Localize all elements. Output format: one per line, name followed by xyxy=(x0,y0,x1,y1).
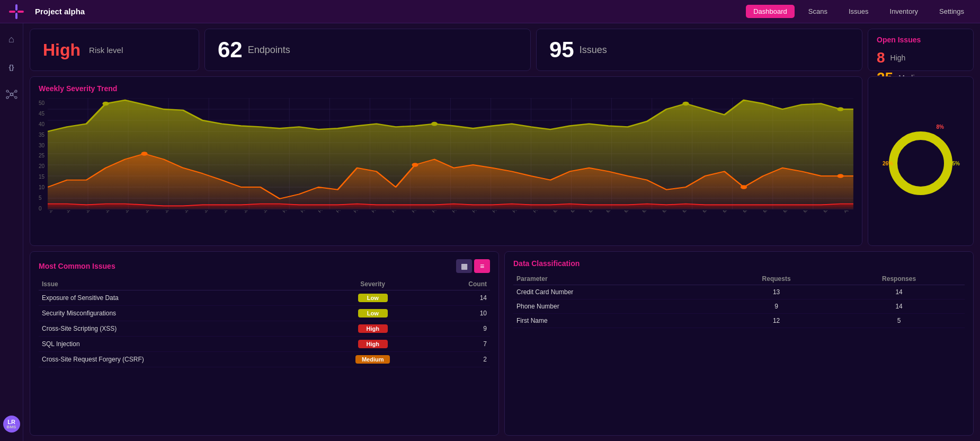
svg-point-53 xyxy=(838,174,844,178)
issue-name: SQL Injection xyxy=(39,337,319,352)
issue-count: 14 xyxy=(426,290,490,306)
severity-badge: High xyxy=(358,324,388,333)
most-common-issues-card: Most Common Issues ▦ ≡ Issue Severity Co… xyxy=(30,251,499,436)
svg-point-49 xyxy=(838,107,844,111)
high-label: High xyxy=(890,54,906,62)
issue-count: 10 xyxy=(426,306,490,321)
issue-severity: High xyxy=(319,337,426,352)
dc-param: Phone Number xyxy=(513,299,719,314)
svg-point-50 xyxy=(141,152,148,156)
svg-point-52 xyxy=(741,185,747,189)
severity-badge: Medium xyxy=(355,355,390,364)
svg-line-12 xyxy=(13,95,15,98)
dc-title: Data Classification xyxy=(513,259,965,268)
svg-point-51 xyxy=(412,163,418,167)
svg-rect-3 xyxy=(15,13,17,19)
weekly-trend-chart: Weekly Severity Trend 50 45 40 35 30 25 … xyxy=(30,76,862,246)
table-row: Cross-Site Request Forgery (CSRF) Medium… xyxy=(39,352,490,367)
svg-point-48 xyxy=(683,102,689,106)
svg-point-47 xyxy=(431,122,438,126)
table-row: Cross-Site Scripting (XSS) High 9 xyxy=(39,321,490,337)
table-row: Exposure of Sensitive Data Low 14 xyxy=(39,290,490,306)
dc-responses: 14 xyxy=(833,285,965,299)
nav-dashboard[interactable]: Dashboard xyxy=(746,5,795,18)
svg-line-10 xyxy=(13,92,15,94)
svg-point-54 xyxy=(893,136,948,191)
dc-col-responses: Responses xyxy=(833,273,965,285)
list-view-button[interactable]: ≡ xyxy=(474,259,490,273)
svg-rect-1 xyxy=(17,11,24,13)
severity-badge: High xyxy=(358,340,388,348)
issue-name: Exposure of Sensitive Data xyxy=(39,290,319,306)
dc-requests: 9 xyxy=(719,299,833,314)
table-header: Most Common Issues ▦ ≡ xyxy=(39,259,490,273)
high-count: 8 xyxy=(877,49,885,66)
svg-point-8 xyxy=(15,96,17,99)
top-navigation: Project alpha Dashboard Scans Issues Inv… xyxy=(0,0,980,23)
endpoints-label: Endpoints xyxy=(248,45,290,56)
main-content: High Risk level 62 Endpoints 95 Issues O… xyxy=(23,23,980,441)
issue-severity: High xyxy=(319,321,426,337)
svg-rect-0 xyxy=(9,11,15,13)
svg-point-7 xyxy=(6,96,8,99)
dc-param: Credit Card Number xyxy=(513,285,719,299)
low-pct: 65% xyxy=(949,161,960,166)
bar-view-button[interactable]: ▦ xyxy=(456,259,472,273)
col-severity: Severity xyxy=(319,278,426,290)
view-toggle: ▦ ≡ xyxy=(456,259,490,273)
open-issues-panel: Open Issues 8 High 25 Medium 62 Low xyxy=(868,29,974,71)
issues-card: 95 Issues xyxy=(536,29,862,71)
svg-point-46 xyxy=(103,102,109,106)
donut-chart: 8% 26% 65% xyxy=(868,76,974,246)
issues-table: Issue Severity Count Exposure of Sensiti… xyxy=(39,278,490,367)
dc-col-param: Parameter xyxy=(513,273,719,285)
risk-level-card: High Risk level xyxy=(30,29,199,71)
avatar-org: BMS xyxy=(7,425,16,429)
dc-requests: 12 xyxy=(719,314,833,328)
project-name: Project alpha xyxy=(35,7,85,16)
svg-rect-2 xyxy=(15,4,17,11)
nav-inventory[interactable]: Inventory xyxy=(883,5,925,18)
avatar[interactable]: LR BMS xyxy=(3,416,20,433)
endpoints-count: 62 xyxy=(218,39,243,61)
endpoints-card: 62 Endpoints xyxy=(204,29,531,71)
issue-name: Security Misconfigurations xyxy=(39,306,319,321)
bottom-section: Most Common Issues ▦ ≡ Issue Severity Co… xyxy=(30,251,974,436)
data-classification-card: Data Classification Parameter Requests R… xyxy=(504,251,974,436)
issue-severity: Low xyxy=(319,290,426,306)
high-pct: 8% xyxy=(937,124,944,130)
nav-scans[interactable]: Scans xyxy=(801,5,835,18)
svg-line-11 xyxy=(8,95,11,98)
issue-severity: Medium xyxy=(319,352,426,367)
list-item: First Name 12 5 xyxy=(513,314,965,328)
list-item: Credit Card Number 13 14 xyxy=(513,285,965,299)
dc-table: Parameter Requests Responses Credit Card… xyxy=(513,273,965,328)
svg-point-5 xyxy=(6,90,8,92)
most-common-title: Most Common Issues xyxy=(39,262,115,270)
code-icon[interactable]: {} xyxy=(4,59,19,74)
dc-responses: 5 xyxy=(833,314,965,328)
issues-label: Issues xyxy=(580,45,607,56)
donut-wrap: 8% 26% 65% xyxy=(884,126,958,200)
chart-section: Weekly Severity Trend 50 45 40 35 30 25 … xyxy=(30,76,974,246)
col-count: Count xyxy=(426,278,490,290)
medium-pct: 26% xyxy=(883,161,893,166)
issues-count: 95 xyxy=(549,39,574,61)
issue-count: 7 xyxy=(426,337,490,352)
network-icon[interactable] xyxy=(4,87,19,102)
issue-count: 2 xyxy=(426,352,490,367)
dc-requests: 13 xyxy=(719,285,833,299)
svg-line-9 xyxy=(8,92,11,94)
nav-settings[interactable]: Settings xyxy=(932,5,972,18)
nav-issues[interactable]: Issues xyxy=(841,5,876,18)
issue-severity: Low xyxy=(319,306,426,321)
issue-name: Cross-Site Request Forgery (CSRF) xyxy=(39,352,319,367)
open-issues-title: Open Issues xyxy=(877,36,965,44)
col-issue: Issue xyxy=(39,278,319,290)
severity-badge: Low xyxy=(358,294,388,302)
svg-point-6 xyxy=(15,90,17,92)
svg-point-4 xyxy=(10,93,13,96)
issue-name: Cross-Site Scripting (XSS) xyxy=(39,321,319,337)
home-icon[interactable]: ⌂ xyxy=(4,32,19,47)
avatar-initials: LR xyxy=(7,419,15,425)
